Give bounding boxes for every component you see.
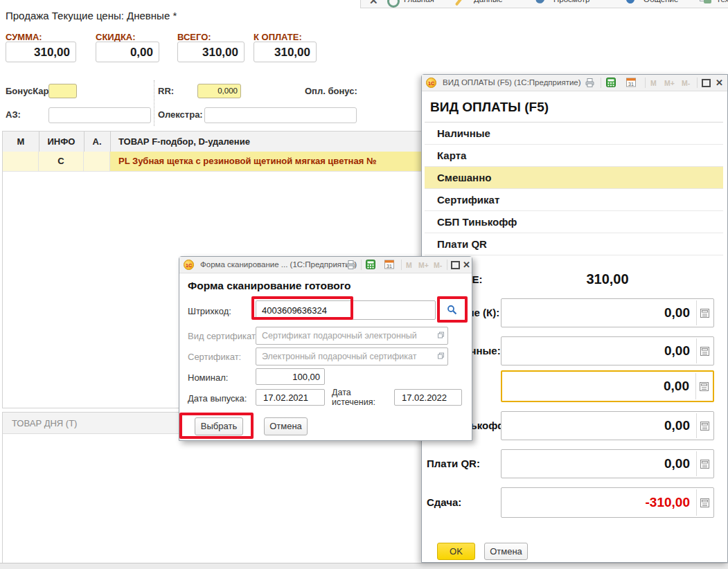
certificate-amount-field[interactable]: 0,00 — [501, 370, 714, 402]
calendar-icon[interactable]: 31 — [626, 78, 636, 90]
cashless-amount-value: 0,00 — [501, 337, 690, 365]
annotation-barcode — [251, 296, 353, 320]
toolbar-close-icon[interactable]: ✕ — [369, 0, 378, 7]
method-sbp-tinkoff[interactable]: СБП Тинькофф — [425, 211, 723, 233]
calculator-button[interactable] — [696, 451, 712, 476]
table-row[interactable]: С PL Зубная щетка с резиновой щетиной мя… — [3, 152, 425, 172]
print-icon[interactable] — [346, 260, 356, 273]
memory-plus-button[interactable]: M+ — [418, 261, 429, 269]
print-icon[interactable] — [585, 78, 595, 91]
expiry-date-input[interactable]: 17.02.2022 — [394, 389, 462, 406]
toolbar-item-glavnaya[interactable]: Главная — [404, 0, 434, 3]
1c-logo-icon: 1С — [184, 260, 194, 270]
method-karta[interactable]: Карта — [425, 145, 723, 167]
table-header: М ИНФО А. ТОВАР F-подбор, D-удаление — [3, 132, 425, 152]
maximize-icon[interactable] — [702, 79, 711, 87]
to-pay-value: 310,00 — [501, 271, 714, 287]
k-oplate-value: 310,00 — [254, 42, 317, 62]
az-label: АЗ: — [6, 109, 21, 120]
ok-button[interactable]: OK — [437, 543, 475, 560]
expiry-date-label: Дата — [332, 388, 351, 397]
memory-minus-button[interactable]: M- — [434, 261, 442, 269]
issue-date-label: Дата выпуска: — [188, 393, 247, 404]
qr-amount-value: 0,00 — [501, 450, 690, 478]
calculator-button[interactable] — [695, 373, 711, 399]
open-icon[interactable] — [437, 331, 445, 341]
payment-dialog-header: ВИД ОПЛАТЫ (F5) — [430, 100, 549, 115]
home-icon — [387, 0, 400, 8]
issue-date-input[interactable]: 17.02.2021 — [256, 389, 325, 406]
cell-a — [84, 152, 110, 171]
memory-button[interactable]: M — [406, 261, 412, 269]
cashless-amount-field[interactable]: 0,00 — [501, 336, 714, 365]
cert-value: Электронный подарочный сертификат — [262, 348, 416, 365]
nominal-value: 100,00 — [292, 369, 320, 384]
maximize-icon[interactable] — [451, 261, 460, 269]
method-sertifikat[interactable]: Сертификат — [425, 189, 723, 211]
open-icon[interactable] — [437, 352, 445, 362]
close-icon[interactable]: ✕ — [463, 260, 470, 270]
calculator-icon[interactable] — [606, 78, 616, 90]
calculator-button[interactable] — [696, 413, 712, 438]
memory-plus-button[interactable]: M+ — [664, 79, 675, 87]
bonus-card-input[interactable] — [48, 84, 77, 98]
vsego-value: 310,00 — [177, 42, 245, 62]
payment-method-list: Наличные Карта Смешанно Сертификат СБП Т… — [425, 122, 723, 255]
k-oplate-label: К ОПЛАТЕ: — [254, 32, 302, 42]
cert-type-field[interactable]: Сертификат подарочный электронный — [256, 327, 448, 345]
calculator-icon[interactable] — [366, 260, 375, 272]
col-m[interactable]: М — [3, 132, 39, 152]
sbp-amount-value: 0,00 — [501, 412, 690, 440]
method-plati-qr[interactable]: Плати QR — [425, 233, 723, 255]
qr-amount-field[interactable]: 0,00 — [501, 449, 714, 478]
cash-amount-value: 0,00 — [501, 299, 690, 327]
payment-dialog-title: ВИД ОПЛАТЫ (F5) (1С:Предприятие) — [443, 78, 581, 87]
memory-button[interactable]: M — [650, 79, 657, 87]
issue-date-value: 17.02.2021 — [263, 390, 308, 405]
calculator-button[interactable] — [696, 489, 712, 516]
chat-icon — [625, 0, 635, 5]
method-smeshanno[interactable]: Смешанно — [425, 167, 723, 189]
cert-field[interactable]: Электронный подарочный сертификат — [256, 347, 448, 365]
payment-dialog-titlebar[interactable]: 1С ВИД ОПЛАТЫ (F5) (1С:Предприятие) 31 M… — [422, 75, 727, 91]
cancel-button[interactable]: Отмена — [484, 543, 528, 560]
change-value: -310,00 — [501, 488, 690, 517]
calculator-button[interactable] — [696, 338, 712, 363]
certificate-amount-value: 0,00 — [502, 372, 689, 401]
divider — [154, 80, 154, 126]
toolbar-item-tekhnika[interactable]: Техника Д — [716, 0, 728, 3]
annotation-select — [179, 413, 254, 439]
memory-minus-button[interactable]: M- — [682, 79, 690, 87]
col-tovar[interactable]: ТОВАР F-подбор, D-удаление — [118, 132, 250, 152]
scan-dialog-titlebar[interactable]: 1С Форма сканирование ... (1С:Предприяти… — [179, 257, 472, 273]
method-nalichnye[interactable]: Наличные — [425, 123, 723, 145]
calculator-button[interactable] — [696, 300, 712, 325]
sbp-amount-field[interactable]: 0,00 — [501, 411, 714, 440]
scan-dialog-title: Форма сканирование ... (1С:Предприятие) — [200, 260, 357, 269]
col-info[interactable]: ИНФО — [39, 132, 84, 152]
nominal-input[interactable]: 100,00 — [256, 368, 325, 385]
toolbar-item-obshchenie[interactable]: Общение — [643, 0, 678, 3]
skidka-label: СКИДКА: — [96, 32, 136, 42]
change-field: -310,00 — [501, 487, 714, 518]
edit-icon — [455, 0, 463, 6]
svg-text:31: 31 — [387, 264, 392, 269]
cell-product: PL Зубная щетка с резиновой щетиной мягк… — [110, 152, 425, 171]
cert-type-value: Сертификат подарочный электронный — [262, 327, 417, 344]
cash-amount-field[interactable]: 0,00 — [501, 298, 714, 327]
toolbar-item-dannye[interactable]: Данные — [474, 0, 503, 3]
calendar-icon[interactable]: 31 — [384, 260, 394, 272]
cell-info: С — [39, 152, 84, 171]
rr-input[interactable]: 0,000 — [197, 84, 241, 98]
scan-cancel-button[interactable]: Отмена — [264, 417, 308, 435]
olekstra-input[interactable] — [204, 107, 357, 123]
tech-icon — [704, 0, 711, 3]
az-input[interactable] — [48, 107, 151, 123]
cert-type-label: Вид сертификата: — [188, 331, 263, 341]
col-a[interactable]: А. — [84, 132, 110, 152]
nominal-label: Номинал: — [188, 372, 228, 383]
rr-label: RR: — [158, 86, 174, 96]
close-icon[interactable]: ✕ — [716, 78, 723, 88]
vsego-label: ВСЕГО: — [177, 32, 211, 42]
toolbar-item-prosmotr[interactable]: Просмотр — [553, 0, 590, 3]
